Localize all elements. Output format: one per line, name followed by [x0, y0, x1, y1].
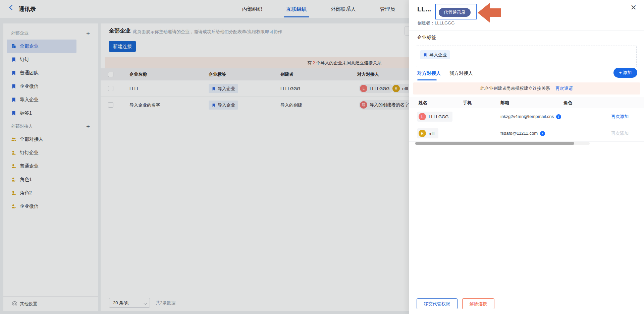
tab-our-contacts[interactable]: 我方对接人 [449, 70, 473, 76]
contact-email: inkzg2v4mn@tempmail.cns i [500, 108, 561, 125]
horizontal-scrollbar-track[interactable] [415, 142, 590, 145]
contact-name: rrlll [429, 131, 434, 136]
drawer-header-divider [409, 30, 644, 30]
email-text: fsdafd@11211.com [500, 125, 538, 142]
authorization-notice: 此企业创建者尚未授权建立连接关系 再次邀请 [413, 82, 640, 95]
notice-text: 此企业创建者尚未授权建立连接关系 [480, 85, 550, 91]
contact-email: fsdafd@11211.com i [500, 125, 545, 142]
drawer-creator: 创建者：LLLLGGG [417, 20, 454, 26]
email-text: inkzg2v4mn@tempmail.cns [500, 108, 554, 125]
contact-row: R rrlll fsdafd@11211.com i 再次添加 [409, 125, 644, 142]
enterprise-detail-drawer: LL... 代管通讯录 ✕ 创建者：LLLLGGG 企业标签 导入企业 对方对接… [409, 0, 644, 314]
contact-table-header: 姓名 手机 邮箱 角色 [409, 97, 644, 108]
bookmark-icon [423, 53, 427, 57]
screen: 通讯录 内部组织 互联组织 外部联系人 管理员 外部企业 + 全部企业 钉钉 [0, 0, 644, 314]
transfer-managed-rights-button[interactable]: 移交代管权限 [417, 298, 458, 309]
disconnect-button[interactable]: 解除连接 [462, 298, 494, 309]
close-icon[interactable]: ✕ [631, 4, 637, 11]
col-role: 角色 [564, 97, 572, 108]
contact-name-chip: L LLLLGGG [417, 112, 452, 122]
info-icon[interactable]: i [556, 114, 561, 119]
tab-counterpart-contacts[interactable]: 对方对接人 [417, 70, 441, 76]
avatar: R [419, 130, 426, 137]
tag-label: 导入企业 [429, 52, 447, 58]
info-icon[interactable]: i [540, 131, 545, 136]
col-name: 姓名 [419, 97, 427, 108]
drawer-footer-divider [409, 293, 644, 293]
enterprise-tag-chip: 导入企业 [420, 50, 450, 59]
col-phone: 手机 [463, 97, 472, 108]
contact-name-chip: R rrlll [417, 128, 438, 138]
enterprise-tag-box[interactable]: 导入企业 [416, 46, 637, 67]
contact-row: L LLLLGGG inkzg2v4mn@tempmail.cns i 再次添加 [409, 108, 644, 125]
drawer-title: LL... [417, 5, 431, 16]
enterprise-tag-label: 企业标签 [417, 35, 436, 41]
col-email: 邮箱 [500, 97, 509, 108]
contact-name: LLLLGGG [429, 114, 448, 119]
managed-contacts-badge: 代管通讯录 [439, 8, 471, 17]
re-invite-link[interactable]: 再次邀请 [555, 85, 573, 91]
horizontal-scrollbar-thumb[interactable] [415, 142, 574, 145]
re-add-link[interactable]: 再次添加 [611, 108, 629, 125]
active-tab-underline [417, 79, 437, 80]
re-add-link-disabled: 再次添加 [611, 125, 629, 142]
add-contact-button[interactable]: + 添加 [613, 68, 637, 78]
avatar: L [419, 113, 426, 120]
